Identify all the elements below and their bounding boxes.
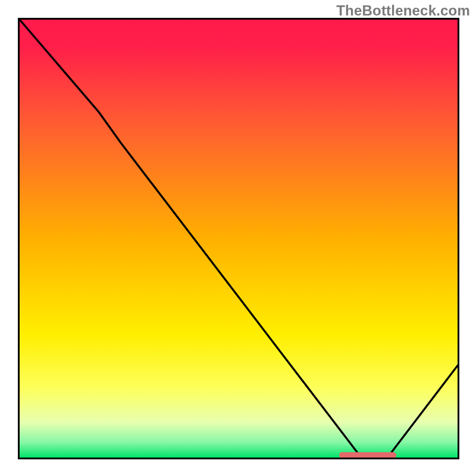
watermark-label: TheBottleneck.com: [336, 2, 470, 19]
highlight-segment: [339, 452, 396, 458]
plot-area: [18, 18, 459, 459]
curve-layer: [20, 20, 458, 458]
chart-frame: TheBottleneck.com: [0, 0, 476, 476]
bottleneck-curve: [20, 20, 458, 458]
